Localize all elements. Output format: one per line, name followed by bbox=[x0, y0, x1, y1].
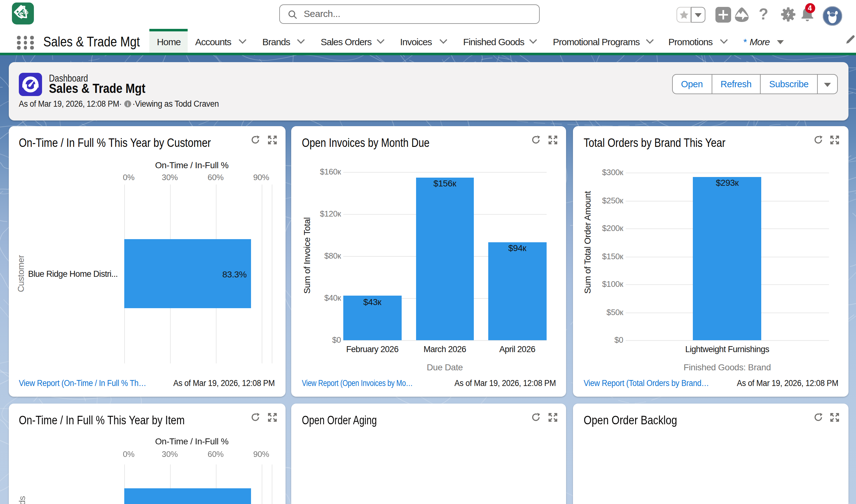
svg-text:%: % bbox=[23, 8, 28, 15]
